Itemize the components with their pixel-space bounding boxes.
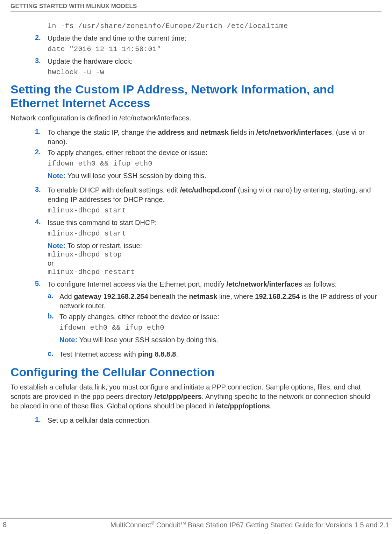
list-text: Issue this command to start DHCP: — [48, 218, 378, 227]
page-content: ln -fs /usr/share/zoneinfo/Europe/Zurich… — [10, 22, 382, 425]
list-number: 3. — [35, 57, 48, 65]
list-number: 5. — [35, 280, 48, 288]
code-block: ifdown eth0 && ifup eth0 — [48, 160, 378, 168]
list-text: Set up a cellular data connection. — [48, 416, 378, 425]
code-block: date "2016-12-11 14:58:01" — [48, 45, 378, 53]
list-number: 2. — [35, 148, 48, 156]
list-text: To apply changes, either reboot the devi… — [48, 148, 378, 157]
list-item: 2. Update the date and time to the curre… — [35, 34, 378, 43]
list-text: To change the static IP, change the addr… — [48, 128, 378, 147]
list-number: 2. — [35, 34, 48, 42]
code-block: mlinux-dhcpd start — [48, 206, 378, 215]
code-block: hwclock -u -w — [48, 68, 378, 76]
page-number: 8 — [3, 521, 7, 529]
list-text: Update the hardware clock: — [48, 57, 378, 66]
section-heading: Setting the Custom IP Address, Network I… — [10, 83, 378, 110]
list-item: 4. Issue this command to start DHCP: — [35, 218, 378, 227]
list-item: 3. Update the hardware clock: — [35, 57, 378, 66]
list-number: 1. — [35, 416, 48, 424]
list-item: a. Add gateway 192.168.2.254 beneath the… — [48, 292, 378, 311]
section-heading: Configuring the Cellular Connection — [10, 365, 378, 379]
list-item: c. Test Internet access with ping 8.8.8.… — [48, 350, 378, 359]
code-block: mlinux-dhcpd restart — [48, 268, 378, 276]
code-block: mlinux-dhcpd stop — [48, 251, 378, 259]
note: Note: You will lose your SSH session by … — [59, 335, 378, 345]
footer-title: MultiConnect® ConduitTM Base Station IP6… — [111, 521, 389, 529]
code-block: mlinux-dhcpd start — [48, 230, 378, 238]
text: or — [48, 259, 378, 268]
list-text: To apply changes, either reboot the devi… — [59, 312, 378, 322]
page-footer: 8 MultiConnect® ConduitTM Base Station I… — [0, 518, 392, 529]
list-number: 1. — [35, 128, 48, 136]
note-label: Note: — [48, 172, 67, 180]
page-header: GETTING STARTED WITH MLINUX MODELS — [10, 0, 382, 12]
note-label: Note: — [59, 336, 79, 344]
list-item: 5. To configure Internet access via the … — [35, 280, 378, 289]
list-letter: b. — [48, 312, 59, 320]
paragraph: To establish a cellular data link, you m… — [10, 382, 378, 411]
list-item: 1. Set up a cellular data connection. — [35, 416, 378, 425]
list-letter: a. — [48, 292, 59, 300]
list-number: 4. — [35, 218, 48, 226]
note: Note: To stop or restart, issue: — [48, 241, 378, 251]
code-block: ifdown eth0 && ifup eth0 — [59, 324, 378, 332]
list-number: 3. — [35, 185, 48, 194]
list-text: To configure Internet access via the Eth… — [48, 280, 378, 289]
code-block: ln -fs /usr/share/zoneinfo/Europe/Zurich… — [48, 22, 378, 30]
list-item: 1. To change the static IP, change the a… — [35, 128, 378, 147]
list-text: To enable DHCP with default settings, ed… — [48, 185, 378, 204]
list-item: b. To apply changes, either reboot the d… — [48, 312, 378, 322]
note-label: Note: — [48, 242, 67, 250]
list-text: Add gateway 192.168.2.254 beneath the ne… — [59, 292, 378, 311]
list-item: 2. To apply changes, either reboot the d… — [35, 148, 378, 157]
list-text: Test Internet access with ping 8.8.8.8. — [59, 350, 378, 359]
paragraph: Network configuration is defined in /etc… — [10, 113, 378, 123]
header-title: GETTING STARTED WITH MLINUX MODELS — [10, 3, 382, 10]
note: Note: You will lose your SSH session by … — [48, 171, 378, 181]
list-item: 3. To enable DHCP with default settings,… — [35, 185, 378, 204]
list-letter: c. — [48, 350, 59, 358]
list-text: Update the date and time to the current … — [48, 34, 378, 43]
